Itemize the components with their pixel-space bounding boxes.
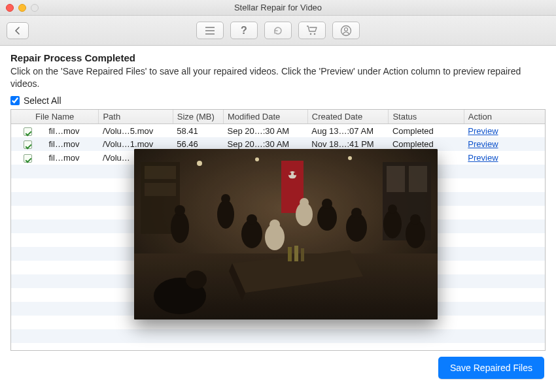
back-button[interactable] — [7, 22, 29, 39]
select-all-checkbox[interactable] — [10, 96, 20, 105]
titlebar: Stellar Repair for Video — [0, 0, 556, 16]
svg-point-4 — [314, 33, 316, 35]
svg-rect-47 — [134, 149, 438, 319]
table-row-empty — [11, 343, 545, 351]
cart-icon — [306, 25, 318, 35]
cell-file-name: fil…mov — [45, 123, 99, 137]
user-icon — [340, 25, 352, 37]
video-preview-popup[interactable] — [134, 149, 438, 319]
cell-size: 58.41 — [173, 123, 223, 137]
help-button[interactable]: ? — [230, 22, 258, 39]
preview-link[interactable]: Preview — [468, 153, 498, 163]
col-path[interactable]: Path — [99, 110, 173, 124]
svg-rect-1 — [205, 30, 215, 31]
list-icon — [205, 26, 215, 35]
page-heading: Repair Process Completed — [10, 52, 546, 63]
row-checkbox[interactable] — [24, 127, 32, 136]
window-title: Stellar Repair for Video — [234, 3, 322, 12]
col-file-name[interactable]: File Name — [11, 110, 99, 124]
row-checkbox[interactable] — [24, 140, 32, 149]
preview-link[interactable]: Preview — [468, 126, 498, 136]
row-checkbox[interactable] — [24, 154, 32, 163]
table-row: fil…mov /Volu…5.mov 58.41 Sep 20…:30 AM … — [11, 123, 545, 137]
cell-created: Aug 13…:07 AM — [307, 123, 389, 137]
select-all-row: Select All — [10, 95, 546, 106]
col-status[interactable]: Status — [389, 110, 464, 124]
cell-status: Completed — [389, 123, 464, 137]
traffic-lights — [6, 4, 39, 12]
toolbar: ? — [0, 16, 556, 46]
cell-file-name: fil…mov — [45, 151, 99, 165]
list-button[interactable] — [196, 22, 224, 39]
preview-link[interactable]: Preview — [468, 139, 498, 149]
video-preview-image — [134, 149, 438, 319]
refresh-icon — [273, 25, 283, 36]
col-size[interactable]: Size (MB) — [173, 110, 223, 124]
svg-rect-0 — [205, 27, 215, 28]
cell-file-name: fil…mov — [45, 137, 99, 151]
svg-point-3 — [310, 33, 312, 35]
back-chevron-icon — [14, 27, 21, 35]
col-action[interactable]: Action — [464, 110, 545, 124]
col-created[interactable]: Created Date — [307, 110, 389, 124]
svg-point-6 — [345, 27, 348, 31]
col-modified[interactable]: Modified Date — [224, 110, 308, 124]
refresh-button[interactable] — [264, 22, 292, 39]
save-repaired-files-button[interactable]: Save Repaired Files — [438, 357, 544, 379]
page-subtext: Click on the 'Save Repaired Files' to sa… — [10, 65, 546, 90]
minimize-window-button[interactable] — [18, 4, 26, 12]
select-all-label: Select All — [24, 95, 61, 106]
cell-modified: Sep 20…:30 AM — [224, 123, 308, 137]
table-header-row: File Name Path Size (MB) Modified Date C… — [11, 110, 545, 124]
table-row-empty — [11, 329, 545, 343]
user-button[interactable] — [332, 22, 360, 39]
maximize-window-button[interactable] — [31, 4, 39, 12]
toolbar-center: ? — [196, 22, 360, 39]
cell-path: /Volu…5.mov — [99, 123, 173, 137]
svg-rect-2 — [205, 33, 215, 35]
cart-button[interactable] — [298, 22, 326, 39]
help-icon: ? — [241, 25, 247, 37]
close-window-button[interactable] — [6, 4, 14, 12]
